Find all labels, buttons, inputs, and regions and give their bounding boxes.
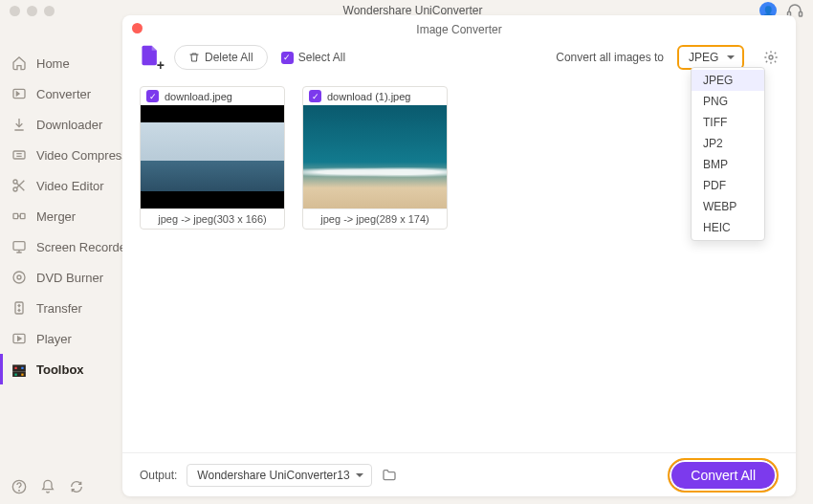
thumbnail-info: jpeg -> jpeg(303 x 166) [141, 208, 284, 229]
svg-point-19 [769, 55, 773, 59]
thumbnail-image [141, 105, 284, 208]
thumbnail-filename: download (1).jpeg [327, 91, 441, 102]
sidebar-item-label: Video Compress [36, 148, 128, 163]
svg-point-4 [13, 180, 17, 184]
merger-icon [11, 208, 27, 224]
format-option-bmp[interactable]: BMP [692, 154, 764, 175]
format-option-tiff[interactable]: TIFF [692, 112, 764, 133]
panel-title: Image Converter [122, 15, 796, 36]
sidebar-item-merger[interactable]: Merger [0, 201, 122, 231]
sidebar-item-video-editor[interactable]: Video Editor [0, 170, 122, 201]
sidebar-item-label: Screen Recorder [36, 240, 130, 254]
format-option-webp[interactable]: WEBP [692, 196, 764, 217]
dvd-icon [11, 270, 27, 285]
scissors-icon [11, 178, 27, 193]
format-option-pdf[interactable]: PDF [692, 175, 764, 196]
format-selected-value: JPEG [689, 51, 718, 64]
downloader-icon [11, 117, 27, 132]
close-panel-button[interactable] [132, 23, 143, 33]
svg-point-5 [13, 187, 17, 191]
sidebar-item-label: Video Editor [36, 179, 104, 193]
svg-rect-14 [20, 366, 25, 371]
format-option-heic[interactable]: HEIC [692, 217, 764, 238]
trash-icon [188, 52, 200, 63]
sidebar-item-dvd-burner[interactable]: DVD Burner [0, 262, 122, 293]
sidebar-item-transfer[interactable]: Transfer [0, 293, 122, 323]
sidebar-item-label: Merger [36, 209, 76, 224]
svg-rect-3 [13, 151, 25, 159]
svg-point-18 [19, 491, 20, 492]
sidebar-item-video-compress[interactable]: Video Compress [0, 140, 122, 170]
sidebar-item-label: DVD Burner [36, 271, 103, 285]
sidebar-item-home[interactable]: Home [0, 48, 122, 78]
thumbnail-card[interactable]: ✓download (1).jpegjpeg -> jpeg(289 x 174… [302, 86, 448, 230]
sidebar-item-label: Downloader [36, 118, 102, 132]
sidebar-item-label: Toolbox [36, 362, 84, 377]
check-icon: ✓ [281, 52, 294, 64]
svg-rect-6 [13, 213, 18, 218]
home-icon [11, 55, 27, 71]
sidebar-item-toolbox[interactable]: Toolbox [0, 354, 122, 384]
window-traffic-lights[interactable] [10, 6, 55, 16]
sidebar-item-label: Home [36, 56, 70, 71]
delete-all-button[interactable]: Delete All [174, 45, 268, 70]
format-option-jp2[interactable]: JP2 [692, 133, 764, 154]
svg-rect-7 [20, 213, 25, 218]
screen-icon [11, 239, 27, 254]
svg-rect-13 [13, 366, 18, 371]
add-file-icon[interactable]: + [140, 44, 161, 71]
sidebar-item-player[interactable]: Player [0, 323, 122, 354]
folder-icon[interactable] [382, 468, 397, 483]
output-path-value: Wondershare UniConverter13 [197, 469, 349, 482]
format-option-png[interactable]: PNG [692, 91, 764, 112]
main-panel: Image Converter + Delete All ✓ Select Al… [122, 15, 796, 496]
thumbnail-filename: download.jpeg [165, 91, 278, 102]
delete-all-label: Delete All [205, 51, 253, 64]
compress-icon [11, 147, 27, 163]
transfer-icon [11, 300, 27, 316]
svg-point-10 [17, 275, 21, 279]
sidebar-item-label: Transfer [36, 301, 82, 316]
bell-icon[interactable] [40, 479, 55, 494]
output-path-select[interactable]: Wondershare UniConverter13 [187, 464, 371, 487]
thumbnail-card[interactable]: ✓download.jpegjpeg -> jpeg(303 x 166) [140, 86, 285, 230]
gear-icon[interactable] [763, 50, 779, 65]
svg-rect-15 [13, 372, 18, 377]
svg-rect-8 [13, 242, 25, 251]
sync-icon[interactable] [69, 479, 84, 494]
convert-to-label: Convert all images to [556, 51, 664, 64]
thumbnail-image [303, 105, 447, 208]
svg-rect-1 [800, 12, 802, 17]
select-all-checkbox[interactable]: ✓ Select All [281, 51, 345, 64]
svg-rect-16 [20, 372, 25, 377]
check-icon[interactable]: ✓ [309, 90, 321, 102]
svg-point-9 [13, 272, 25, 283]
converter-icon [11, 86, 27, 101]
sidebar-item-label: Converter [36, 87, 91, 101]
help-icon[interactable] [11, 479, 27, 494]
player-icon [11, 331, 27, 346]
thumbnail-info: jpeg -> jpeg(289 x 174) [303, 208, 447, 229]
toolbox-icon [11, 362, 27, 377]
sidebar: HomeConverterDownloaderVideo CompressVid… [0, 21, 122, 504]
select-all-label: Select All [298, 51, 345, 64]
format-option-jpeg[interactable]: JPEG [692, 70, 764, 91]
sidebar-item-label: Player [36, 332, 72, 346]
sidebar-item-converter[interactable]: Converter [0, 78, 122, 109]
format-dropdown-menu: JPEGPNGTIFFJP2BMPPDFWEBPHEIC [691, 67, 765, 241]
check-icon[interactable]: ✓ [146, 90, 159, 102]
convert-all-button[interactable]: Convert All [668, 458, 779, 493]
output-label: Output: [140, 469, 177, 482]
sidebar-item-screen-recorder[interactable]: Screen Recorder [0, 231, 122, 262]
sidebar-item-downloader[interactable]: Downloader [0, 109, 122, 140]
